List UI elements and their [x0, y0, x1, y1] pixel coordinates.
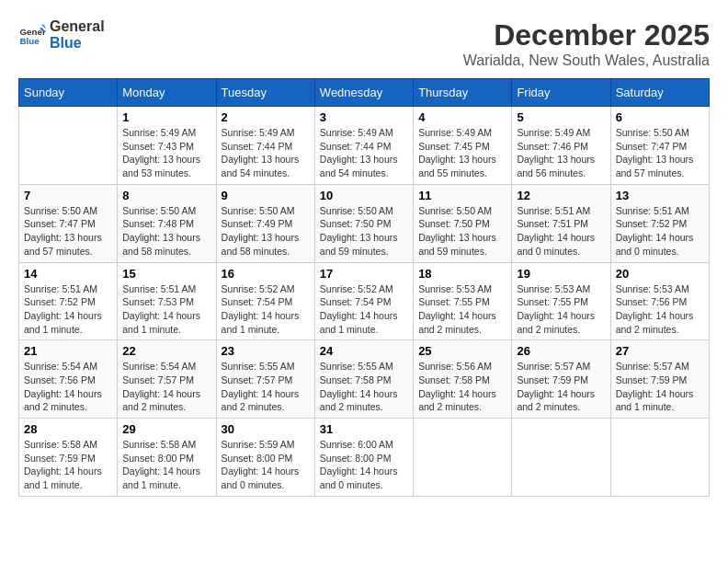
month-title: December 2025: [463, 18, 710, 52]
table-cell: [512, 419, 610, 497]
cell-content: Sunrise: 5:53 AM Sunset: 7:56 PM Dayligh…: [616, 282, 704, 337]
logo-line1: General: [50, 18, 105, 35]
day-number: 11: [418, 189, 506, 202]
day-number: 5: [517, 110, 605, 124]
day-number: 16: [222, 267, 310, 281]
table-cell: 6Sunrise: 5:50 AM Sunset: 7:47 PM Daylig…: [610, 107, 709, 185]
table-cell: 15Sunrise: 5:51 AM Sunset: 7:53 PM Dayli…: [118, 262, 216, 340]
day-number: 10: [320, 189, 408, 202]
table-cell: 7Sunrise: 5:50 AM Sunset: 7:47 PM Daylig…: [19, 184, 118, 262]
logo-line2: Blue: [50, 35, 105, 52]
cell-content: Sunrise: 5:51 AM Sunset: 7:52 PM Dayligh…: [616, 204, 704, 259]
cell-content: Sunrise: 5:50 AM Sunset: 7:50 PM Dayligh…: [418, 204, 506, 259]
logo-icon: General Blue: [18, 21, 46, 49]
table-cell: 2Sunrise: 5:49 AM Sunset: 7:44 PM Daylig…: [216, 107, 314, 185]
title-area: December 2025 Warialda, New South Wales,…: [463, 18, 710, 69]
table-cell: 16Sunrise: 5:52 AM Sunset: 7:54 PM Dayli…: [216, 262, 314, 340]
week-row-4: 21Sunrise: 5:54 AM Sunset: 7:56 PM Dayli…: [19, 340, 710, 419]
header-day-saturday: Saturday: [610, 79, 709, 107]
cell-content: Sunrise: 5:51 AM Sunset: 7:52 PM Dayligh…: [24, 282, 112, 337]
header-day-tuesday: Tuesday: [216, 79, 314, 107]
day-number: 20: [616, 267, 704, 281]
cell-content: Sunrise: 5:49 AM Sunset: 7:43 PM Dayligh…: [122, 126, 210, 180]
table-cell: 8Sunrise: 5:50 AM Sunset: 7:48 PM Daylig…: [118, 184, 216, 262]
day-number: 27: [616, 344, 704, 358]
table-cell: 20Sunrise: 5:53 AM Sunset: 7:56 PM Dayli…: [610, 262, 709, 340]
day-number: 26: [517, 344, 605, 358]
week-row-5: 28Sunrise: 5:58 AM Sunset: 7:59 PM Dayli…: [19, 419, 710, 497]
day-number: 23: [222, 344, 310, 358]
header-row: SundayMondayTuesdayWednesdayThursdayFrid…: [19, 79, 710, 107]
table-cell: 1Sunrise: 5:49 AM Sunset: 7:43 PM Daylig…: [118, 107, 216, 185]
day-number: 18: [418, 267, 506, 281]
cell-content: Sunrise: 5:49 AM Sunset: 7:44 PM Dayligh…: [320, 126, 408, 180]
table-cell: [414, 419, 512, 497]
calendar-table: SundayMondayTuesdayWednesdayThursdayFrid…: [18, 78, 710, 497]
table-cell: 23Sunrise: 5:55 AM Sunset: 7:57 PM Dayli…: [216, 340, 314, 419]
cell-content: Sunrise: 5:53 AM Sunset: 7:55 PM Dayligh…: [418, 282, 506, 337]
cell-content: Sunrise: 5:57 AM Sunset: 7:59 PM Dayligh…: [517, 360, 605, 414]
cell-content: Sunrise: 5:54 AM Sunset: 7:56 PM Dayligh…: [24, 360, 112, 414]
table-cell: 4Sunrise: 5:49 AM Sunset: 7:45 PM Daylig…: [414, 107, 512, 185]
cell-content: Sunrise: 5:59 AM Sunset: 8:00 PM Dayligh…: [222, 438, 310, 492]
day-number: 12: [517, 189, 605, 202]
table-cell: 13Sunrise: 5:51 AM Sunset: 7:52 PM Dayli…: [610, 184, 709, 262]
location-title: Warialda, New South Wales, Australia: [463, 52, 710, 69]
day-number: 15: [122, 267, 210, 281]
cell-content: Sunrise: 5:52 AM Sunset: 7:54 PM Dayligh…: [222, 282, 310, 337]
table-cell: 25Sunrise: 5:56 AM Sunset: 7:58 PM Dayli…: [414, 340, 512, 419]
header: General Blue General Blue December 2025 …: [18, 18, 710, 69]
cell-content: Sunrise: 5:55 AM Sunset: 7:58 PM Dayligh…: [320, 360, 408, 414]
cell-content: Sunrise: 5:50 AM Sunset: 7:47 PM Dayligh…: [24, 204, 112, 259]
header-day-friday: Friday: [512, 79, 610, 107]
table-cell: 29Sunrise: 5:58 AM Sunset: 8:00 PM Dayli…: [118, 419, 216, 497]
cell-content: Sunrise: 5:54 AM Sunset: 7:57 PM Dayligh…: [122, 360, 210, 414]
week-row-3: 14Sunrise: 5:51 AM Sunset: 7:52 PM Dayli…: [19, 262, 710, 340]
day-number: 28: [24, 422, 112, 436]
cell-content: Sunrise: 5:50 AM Sunset: 7:49 PM Dayligh…: [222, 204, 310, 259]
table-cell: [19, 107, 118, 185]
cell-content: Sunrise: 5:50 AM Sunset: 7:48 PM Dayligh…: [122, 204, 210, 259]
header-day-monday: Monday: [118, 79, 216, 107]
table-cell: 24Sunrise: 5:55 AM Sunset: 7:58 PM Dayli…: [314, 340, 413, 419]
cell-content: Sunrise: 5:51 AM Sunset: 7:53 PM Dayligh…: [122, 282, 210, 337]
table-cell: 14Sunrise: 5:51 AM Sunset: 7:52 PM Dayli…: [19, 262, 118, 340]
table-cell: 31Sunrise: 6:00 AM Sunset: 8:00 PM Dayli…: [314, 419, 413, 497]
table-cell: 30Sunrise: 5:59 AM Sunset: 8:00 PM Dayli…: [216, 419, 314, 497]
day-number: 31: [320, 422, 408, 436]
cell-content: Sunrise: 5:50 AM Sunset: 7:47 PM Dayligh…: [616, 126, 704, 180]
day-number: 21: [24, 344, 112, 358]
table-cell: 18Sunrise: 5:53 AM Sunset: 7:55 PM Dayli…: [414, 262, 512, 340]
table-cell: 10Sunrise: 5:50 AM Sunset: 7:50 PM Dayli…: [314, 184, 413, 262]
week-row-2: 7Sunrise: 5:50 AM Sunset: 7:47 PM Daylig…: [19, 184, 710, 262]
cell-content: Sunrise: 5:49 AM Sunset: 7:45 PM Dayligh…: [418, 126, 506, 180]
table-cell: 22Sunrise: 5:54 AM Sunset: 7:57 PM Dayli…: [118, 340, 216, 419]
table-cell: 21Sunrise: 5:54 AM Sunset: 7:56 PM Dayli…: [19, 340, 118, 419]
day-number: 30: [222, 422, 310, 436]
logo: General Blue General Blue: [18, 18, 105, 51]
day-number: 9: [222, 189, 310, 202]
header-day-thursday: Thursday: [414, 79, 512, 107]
week-row-1: 1Sunrise: 5:49 AM Sunset: 7:43 PM Daylig…: [19, 107, 710, 185]
table-cell: 19Sunrise: 5:53 AM Sunset: 7:55 PM Dayli…: [512, 262, 610, 340]
header-day-sunday: Sunday: [19, 79, 118, 107]
table-cell: 27Sunrise: 5:57 AM Sunset: 7:59 PM Dayli…: [610, 340, 709, 419]
cell-content: Sunrise: 5:56 AM Sunset: 7:58 PM Dayligh…: [418, 360, 506, 414]
day-number: 24: [320, 344, 408, 358]
table-cell: 9Sunrise: 5:50 AM Sunset: 7:49 PM Daylig…: [216, 184, 314, 262]
cell-content: Sunrise: 6:00 AM Sunset: 8:00 PM Dayligh…: [320, 438, 408, 492]
cell-content: Sunrise: 5:49 AM Sunset: 7:44 PM Dayligh…: [222, 126, 310, 180]
cell-content: Sunrise: 5:53 AM Sunset: 7:55 PM Dayligh…: [517, 282, 605, 337]
day-number: 2: [222, 110, 310, 124]
cell-content: Sunrise: 5:50 AM Sunset: 7:50 PM Dayligh…: [320, 204, 408, 259]
day-number: 13: [616, 189, 704, 202]
day-number: 7: [24, 189, 112, 202]
table-cell: 28Sunrise: 5:58 AM Sunset: 7:59 PM Dayli…: [19, 419, 118, 497]
cell-content: Sunrise: 5:58 AM Sunset: 7:59 PM Dayligh…: [24, 438, 112, 492]
cell-content: Sunrise: 5:51 AM Sunset: 7:51 PM Dayligh…: [517, 204, 605, 259]
cell-content: Sunrise: 5:52 AM Sunset: 7:54 PM Dayligh…: [320, 282, 408, 337]
cell-content: Sunrise: 5:57 AM Sunset: 7:59 PM Dayligh…: [616, 360, 704, 414]
cell-content: Sunrise: 5:55 AM Sunset: 7:57 PM Dayligh…: [222, 360, 310, 414]
day-number: 19: [517, 267, 605, 281]
day-number: 14: [24, 267, 112, 281]
